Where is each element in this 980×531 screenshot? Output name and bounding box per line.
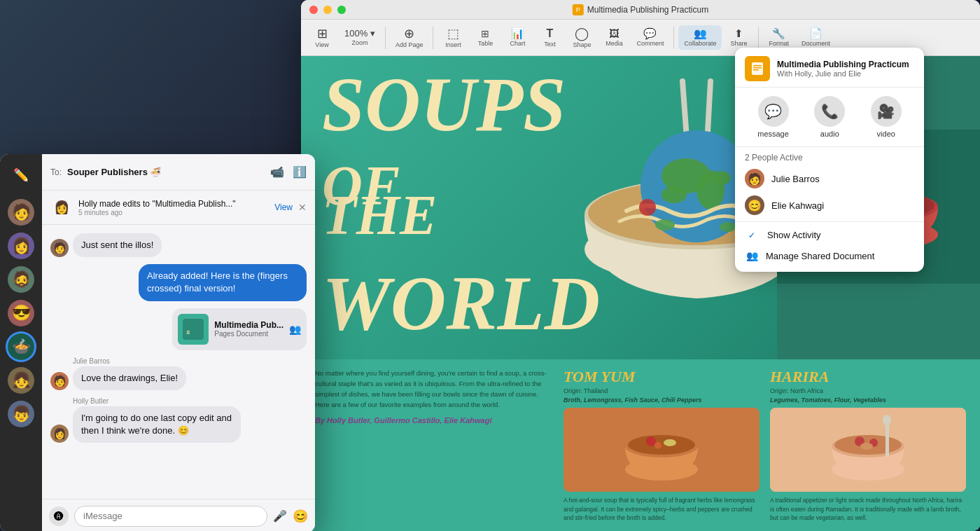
sender-avatar-illos: 🧑 (50, 239, 69, 257)
video-action-icon: 🎥 (871, 96, 902, 127)
hero-title-the: THE (322, 184, 437, 247)
insert-icon: ⬚ (447, 27, 459, 40)
sidebar-avatar-1[interactable]: 🧑 (8, 199, 34, 226)
recipient-name: Souper Publishers 🍜 (67, 167, 161, 177)
shared-doc-bubble: S Multimedia Pub... Pages Document 👥 (172, 308, 307, 350)
message-row-added: Already added! Here is the (fingers cros… (50, 264, 307, 301)
table-icon: ⊞ (481, 29, 489, 39)
fullscreen-button[interactable] (337, 6, 346, 14)
popover-audio-btn[interactable]: 📞 audio (814, 96, 845, 138)
list-item: Julie Barros 🧑 Love the drawings, Elie! (50, 357, 307, 390)
minimize-button[interactable] (323, 6, 332, 14)
toolbar-text[interactable]: T Text (534, 25, 565, 50)
toolbar-document[interactable]: 📄 Document (796, 25, 836, 50)
harira-title: HARIRA (770, 368, 966, 386)
sidebar-avatar-2[interactable]: 👩 (8, 233, 34, 259)
elie-name: Elie Kahwagi (771, 200, 824, 211)
svg-rect-33 (886, 422, 889, 457)
toolbar-shape[interactable]: ◯ Shape (566, 25, 597, 51)
to-label: To: (50, 167, 62, 177)
message-row-julie: 🧑 Love the drawings, Elie! (50, 366, 307, 390)
shared-doc-collab-icon: 👥 (289, 324, 301, 335)
toolbar-collaborate[interactable]: 👥 Collaborate (678, 25, 722, 50)
shared-doc-thumb: S (178, 314, 209, 345)
emoji-picker-icon[interactable]: 😊 (293, 509, 308, 524)
list-item: Already added! Here is the (fingers cros… (50, 264, 307, 301)
sidebar-avatar-6[interactable]: 👧 (8, 367, 34, 394)
people-active-label: 2 People Active (735, 147, 924, 165)
tomyum-title: TOM YUM (564, 368, 760, 386)
svg-point-10 (639, 199, 656, 216)
toolbar-divider-3 (673, 27, 674, 49)
info-icon[interactable]: ℹ️ (293, 165, 307, 179)
sender-name-holly: Holly Butler (50, 397, 307, 405)
popover-doc-title: Multimedia Publishing Practicum (777, 60, 914, 69)
julie-name: Julie Barros (771, 174, 820, 184)
harira-card: HARIRA Origin: North Africa Legumes, Tom… (770, 368, 966, 523)
person-elie: 😊 Elie Kahwagi (735, 192, 924, 219)
svg-point-12 (655, 219, 675, 230)
svg-point-13 (720, 222, 736, 232)
view-icon: ⊞ (317, 27, 328, 40)
manage-shared-item[interactable]: 👥 Manage Shared Document (735, 245, 924, 266)
shape-icon: ◯ (575, 27, 589, 40)
tomyum-desc: A hot-and-sour soup that is typically fu… (564, 496, 760, 523)
toolbar-table[interactable]: ⊞ Table (470, 26, 500, 50)
toolbar-format[interactable]: 🔧 Format (763, 25, 794, 50)
messages-header: To: Souper Publishers 🍜 📹 ℹ️ (42, 154, 315, 191)
notif-title: Holly made edits to "Multimedia Publish.… (78, 199, 269, 209)
zoom-icon: 100% ▾ (344, 29, 375, 38)
hero-title-soups: SOUPS (322, 70, 566, 139)
svg-rect-37 (753, 67, 762, 69)
sidebar-avatar-4[interactable]: 😎 (8, 300, 34, 326)
sidebar-avatar-7[interactable]: 👦 (8, 401, 34, 427)
messages-sidebar: ✏️ 🧑 👩 🧔 😎 🍲 👧 👦 (0, 154, 42, 531)
comment-icon: 💬 (643, 28, 657, 39)
toolbar-chart[interactable]: 📊 Chart (502, 25, 533, 50)
pages-app-icon: P (573, 4, 584, 15)
messages-window: ✏️ 🧑 👩 🧔 😎 🍲 👧 👦 To: Souper Publishers 🍜… (0, 154, 315, 531)
message-row-holly: 👩 I'm going to do one last copy edit and… (50, 406, 307, 443)
popover-doc-info: Multimedia Publishing Practicum With Hol… (777, 60, 914, 78)
toolbar-divider-2 (433, 27, 433, 49)
popover-message-btn[interactable]: 💬 message (757, 96, 789, 138)
messages-main: To: Souper Publishers 🍜 📹 ℹ️ 👩 Holly mad… (42, 154, 315, 531)
video-call-icon[interactable]: 📹 (270, 165, 284, 179)
message-row-doc: S Multimedia Pub... Pages Document 👥 (50, 308, 307, 350)
svg-point-34 (883, 415, 891, 426)
popover-video-btn[interactable]: 🎥 video (871, 96, 902, 138)
show-activity-label: Show Activity (767, 230, 821, 240)
toolbar-view[interactable]: ⊞ View (307, 25, 337, 51)
app-store-icon[interactable]: 🅐 (49, 506, 69, 526)
toolbar-zoom[interactable]: 100% ▾ Zoom (339, 26, 381, 49)
svg-point-25 (664, 439, 676, 446)
pages-titlebar: P Multimedia Publishing Practicum (301, 0, 980, 20)
message-row-illos: 🧑 Just sent the illos! (50, 233, 307, 257)
tomyum-origin: Origin: Thailand (564, 387, 760, 394)
compose-button[interactable]: ✏️ (8, 163, 34, 188)
media-icon: 🖼 (609, 28, 620, 39)
bubble-holly: I'm going to do one last copy edit and t… (73, 406, 241, 443)
toolbar-insert[interactable]: ⬚ Insert (438, 25, 468, 51)
messages-list: 🧑 Just sent the illos! Already added! He… (42, 225, 315, 499)
toolbar-comment[interactable]: 💬 Comment (631, 25, 669, 50)
sidebar-avatar-3[interactable]: 🧔 (8, 266, 34, 293)
svg-point-8 (662, 186, 687, 203)
message-input[interactable] (74, 506, 267, 527)
julie-avatar: 🧑 (745, 169, 764, 188)
svg-text:S: S (186, 329, 190, 336)
toolbar-add-page[interactable]: ⊕ Add Page (390, 25, 429, 51)
svg-point-26 (654, 442, 662, 449)
share-icon: ⬆ (734, 28, 743, 39)
sidebar-avatar-5-active[interactable]: 🍲 (8, 333, 34, 360)
bubble-added: Already added! Here is the (fingers cros… (139, 264, 307, 301)
show-activity-item[interactable]: ✓ Show Activity (735, 225, 924, 245)
toolbar-share[interactable]: ⬆ Share (723, 25, 754, 50)
notif-close-button[interactable]: ✕ (298, 202, 307, 213)
close-button[interactable] (309, 6, 318, 14)
toolbar-media[interactable]: 🖼 Media (598, 25, 629, 50)
bubble-illos: Just sent the illos! (73, 233, 162, 257)
svg-rect-36 (753, 65, 762, 67)
sender-name-julie: Julie Barros (50, 357, 307, 365)
notif-view-button[interactable]: View (274, 202, 293, 212)
